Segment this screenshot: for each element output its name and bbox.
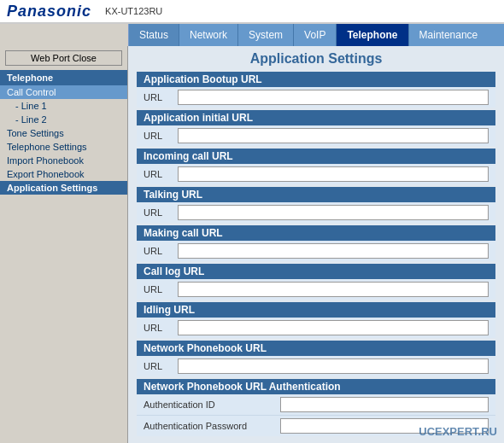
section-header-phonebook: Network Phonebook URL bbox=[137, 341, 495, 356]
section-header-bootup: Application Bootup URL bbox=[137, 72, 495, 87]
url-row-bootup: URL bbox=[137, 87, 495, 108]
sidebar-item-call-control[interactable]: Call Control bbox=[0, 85, 127, 99]
sidebar-item-export-phonebook[interactable]: Export Phonebook bbox=[0, 167, 127, 181]
section-header-calllog: Call log URL bbox=[137, 264, 495, 279]
talking-url-input[interactable] bbox=[178, 205, 489, 220]
making-url-input[interactable] bbox=[178, 243, 489, 259]
url-row-talking: URL bbox=[137, 202, 495, 223]
sidebar-item-line2[interactable]: - Line 2 bbox=[0, 113, 127, 126]
section-calllog-url: Call log URL URL bbox=[137, 264, 495, 300]
sidebar-item-import-phonebook[interactable]: Import Phonebook bbox=[0, 154, 127, 167]
section-incoming-url: Incoming call URL URL bbox=[137, 149, 495, 184]
tab-telephone[interactable]: Telephone bbox=[337, 24, 408, 46]
auth-password-label: Authentication Password bbox=[144, 421, 280, 431]
sidebar-item-tone-settings[interactable]: Tone Settings bbox=[0, 126, 127, 140]
section-header-making: Making call URL bbox=[137, 225, 495, 241]
section-bootup-url: Application Bootup URL URL bbox=[137, 72, 495, 108]
page-title: Application Settings bbox=[137, 51, 495, 67]
url-row-calllog: URL bbox=[137, 279, 495, 300]
section-header-talking: Talking URL bbox=[137, 187, 495, 202]
section-header-initial: Application initial URL bbox=[137, 110, 495, 125]
url-label-calllog: URL bbox=[144, 284, 178, 294]
logo: Panasonic bbox=[7, 3, 91, 20]
url-label-talking: URL bbox=[144, 207, 178, 218]
sidebar-item-telephone-settings[interactable]: Telephone Settings bbox=[0, 140, 127, 154]
url-row-phonebook: URL bbox=[137, 356, 495, 376]
auth-id-label: Authentication ID bbox=[144, 399, 280, 410]
section-talking-url: Talking URL URL bbox=[137, 187, 495, 223]
url-label-initial: URL bbox=[144, 131, 178, 141]
url-label-idling: URL bbox=[144, 323, 178, 333]
idling-url-input[interactable] bbox=[178, 320, 489, 335]
section-header-idling: Idling URL bbox=[137, 302, 495, 318]
section-initial-url: Application initial URL URL bbox=[137, 110, 495, 146]
incoming-url-input[interactable] bbox=[178, 166, 489, 182]
auth-id-row: Authentication ID bbox=[137, 394, 495, 415]
buttons-row: Save Cancel bbox=[137, 439, 495, 443]
auth-id-input[interactable] bbox=[280, 397, 489, 412]
tab-system[interactable]: System bbox=[238, 24, 294, 46]
calllog-url-input[interactable] bbox=[178, 282, 489, 297]
url-label-phonebook: URL bbox=[144, 361, 178, 371]
model: KX-UT123RU bbox=[105, 6, 162, 16]
sidebar-item-application-settings[interactable]: Application Settings bbox=[0, 181, 127, 195]
url-row-incoming: URL bbox=[137, 164, 495, 184]
section-header-auth: Network Phonebook URL Authentication bbox=[137, 379, 495, 394]
section-phonebook-url: Network Phonebook URL URL bbox=[137, 341, 495, 376]
bootup-url-input[interactable] bbox=[178, 90, 489, 105]
tab-network[interactable]: Network bbox=[179, 24, 238, 46]
phonebook-url-input[interactable] bbox=[178, 358, 489, 374]
url-row-making: URL bbox=[137, 241, 495, 261]
sidebar: Web Port Close Telephone Call Control - … bbox=[0, 46, 128, 443]
section-header-incoming: Incoming call URL bbox=[137, 149, 495, 164]
section-making-url: Making call URL URL bbox=[137, 225, 495, 261]
sidebar-item-line1[interactable]: - Line 1 bbox=[0, 99, 127, 113]
content-area: Application Settings Application Bootup … bbox=[128, 46, 504, 443]
sidebar-section-telephone: Telephone bbox=[0, 70, 127, 85]
tab-status[interactable]: Status bbox=[128, 24, 179, 46]
url-row-idling: URL bbox=[137, 318, 495, 338]
section-idling-url: Idling URL URL bbox=[137, 302, 495, 338]
web-port-close-button[interactable]: Web Port Close bbox=[5, 50, 122, 66]
url-label-bootup: URL bbox=[144, 92, 178, 102]
tab-voip[interactable]: VoIP bbox=[294, 24, 337, 46]
initial-url-input[interactable] bbox=[178, 128, 489, 143]
url-label-incoming: URL bbox=[144, 169, 178, 179]
watermark: UCEXPERT.RU bbox=[419, 425, 497, 438]
tab-maintenance[interactable]: Maintenance bbox=[409, 24, 489, 46]
url-row-initial: URL bbox=[137, 125, 495, 146]
url-label-making: URL bbox=[144, 246, 178, 256]
navbar-left-spacer bbox=[0, 24, 128, 46]
